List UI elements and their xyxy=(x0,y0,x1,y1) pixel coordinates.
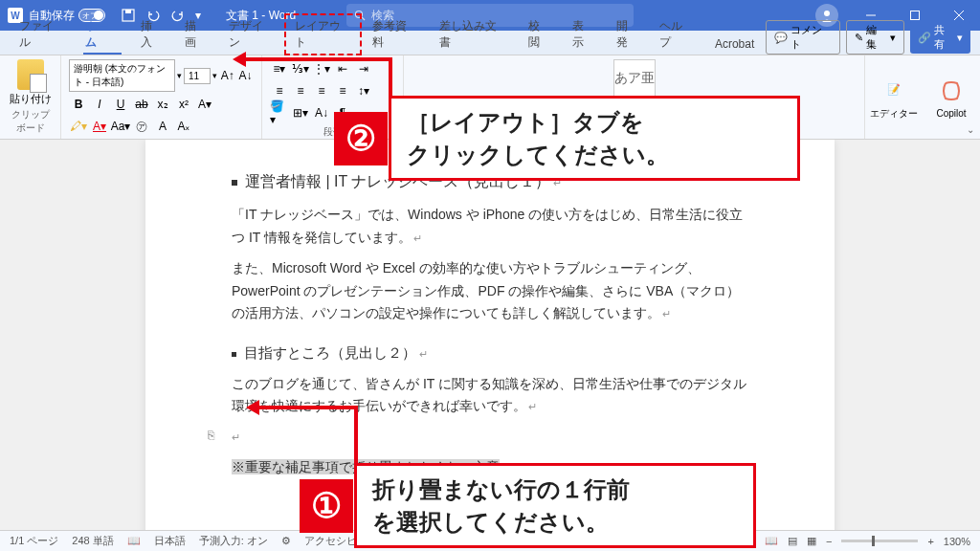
strike-button[interactable]: ab xyxy=(132,95,151,114)
annotation-2-badge: ② xyxy=(334,112,388,165)
ribbon-tabs: ファイル ホーム 挿入 描画 デザイン レイアウト 参考資料 差し込み文書 校閲… xyxy=(0,31,980,55)
annotation-1-badge: ① xyxy=(300,479,353,533)
superscript-button[interactable]: x² xyxy=(174,95,193,114)
annotation-2-arrow xyxy=(242,57,389,61)
heading-2: 目指すところ（見出し２） ↵ xyxy=(232,341,748,365)
annotation-2-arrowhead xyxy=(233,52,246,67)
clipboard-icon xyxy=(17,59,44,90)
paste-button[interactable]: 貼り付け xyxy=(8,59,53,106)
page-count[interactable]: 1/1 ページ xyxy=(10,534,58,548)
decrease-font-icon[interactable]: A↓ xyxy=(237,66,254,85)
svg-rect-6 xyxy=(911,11,920,20)
svg-line-7 xyxy=(954,11,964,20)
tab-home[interactable]: ホーム xyxy=(76,14,129,55)
print-layout-icon[interactable]: ▤ xyxy=(788,535,797,547)
numbering-button[interactable]: ⅓▾ xyxy=(291,59,310,78)
paragraph-3: このブログを通じて、皆さんが IT に関する知識を深め、日常生活や仕事でのデジタ… xyxy=(232,373,748,419)
text-effects-button[interactable]: A▾ xyxy=(195,95,214,114)
editor-group[interactable]: 📝 エディター xyxy=(865,55,923,139)
annotation-1-text: 折り畳まない行の１行前 を選択してください。 xyxy=(357,466,645,545)
highlight-button[interactable]: 🖍▾ xyxy=(69,117,88,136)
zoom-out-icon[interactable]: − xyxy=(826,536,832,547)
align-right-button[interactable]: ≡ xyxy=(312,81,331,100)
web-layout-icon[interactable]: ▦ xyxy=(807,535,816,547)
sort-button[interactable]: A↓ xyxy=(312,103,331,122)
svg-line-8 xyxy=(954,11,964,20)
svg-point-4 xyxy=(824,11,830,16)
tab-mailings[interactable]: 差し込み文書 xyxy=(430,14,517,55)
align-left-button[interactable]: ≡ xyxy=(270,81,289,100)
predict-input[interactable]: 予測入力: オン xyxy=(199,534,268,548)
spellcheck-icon[interactable]: 📖 xyxy=(127,535,141,547)
read-mode-icon[interactable]: 📖 xyxy=(765,535,778,547)
tab-draw[interactable]: 描画 xyxy=(175,14,217,55)
annotation-2: ② ［レイアウト］タブを クリックしてください。 xyxy=(389,96,800,181)
editing-mode-button[interactable]: ✎ 編集 ▾ xyxy=(846,20,903,55)
tab-help[interactable]: ヘルプ xyxy=(650,14,703,55)
char-border-button[interactable]: A xyxy=(153,117,172,136)
font-group: 游明朝 (本文のフォント - 日本語) ▾ 11 ▾ A↑ A↓ B I U a… xyxy=(61,55,262,139)
annotation-2-arrow-v xyxy=(389,57,392,96)
font-color-button[interactable]: A▾ xyxy=(90,117,109,136)
tab-design[interactable]: デザイン xyxy=(219,14,283,55)
share-button[interactable]: 🔗 共有 ▾ xyxy=(910,21,970,54)
line-spacing-button[interactable]: ↕▾ xyxy=(354,81,373,100)
align-center-button[interactable]: ≡ xyxy=(291,81,310,100)
annotation-2-text: ［レイアウト］タブを クリックしてください。 xyxy=(391,99,684,178)
tab-developer[interactable]: 開発 xyxy=(607,14,649,55)
font-name-select[interactable]: 游明朝 (本文のフォント - 日本語) xyxy=(69,59,175,92)
bold-button[interactable]: B xyxy=(69,95,88,114)
style-normal[interactable]: あア亜 xyxy=(613,59,656,98)
tab-file[interactable]: ファイル xyxy=(10,14,74,55)
tab-acrobat[interactable]: Acrobat xyxy=(705,33,764,55)
word-count[interactable]: 248 単語 xyxy=(72,534,113,548)
bullets-button[interactable]: ≡▾ xyxy=(270,59,289,78)
clipboard-group-label: クリップボード xyxy=(8,108,53,137)
tab-insert[interactable]: 挿入 xyxy=(131,14,173,55)
paragraph-1: 「IT ナレッジベース」では、Windows や iPhone の使い方をはじめ… xyxy=(232,204,748,250)
decrease-indent-button[interactable]: ⇤ xyxy=(333,59,352,78)
selected-empty-line: ⎘↵ xyxy=(232,426,748,449)
tab-view[interactable]: 表示 xyxy=(563,14,605,55)
increase-font-icon[interactable]: A↑ xyxy=(219,66,235,85)
annotation-1-arrow-v xyxy=(354,406,358,463)
enclose-char-button[interactable]: ㋐ xyxy=(132,117,151,136)
multilevel-button[interactable]: ⋮▾ xyxy=(312,59,331,78)
clear-format-button[interactable]: Aₓ xyxy=(174,117,193,136)
tab-review[interactable]: 校閲 xyxy=(519,14,561,55)
char-shading-button[interactable]: Aa▾ xyxy=(111,117,130,136)
zoom-slider[interactable] xyxy=(841,540,918,542)
annotation-1: ① 折り畳まない行の１行前 を選択してください。 xyxy=(354,463,756,548)
subscript-button[interactable]: x₂ xyxy=(153,95,172,114)
display-settings-icon[interactable]: ⚙ xyxy=(281,535,291,547)
annotation-1-arrowhead xyxy=(246,400,259,415)
tab-references[interactable]: 参考資料 xyxy=(363,14,427,55)
zoom-level[interactable]: 130% xyxy=(944,536,970,547)
italic-button[interactable]: I xyxy=(90,95,109,114)
collapse-ribbon-icon[interactable]: ⌄ xyxy=(967,124,974,135)
borders-button[interactable]: ⊞▾ xyxy=(291,103,310,122)
page-break-icon: ⎘ xyxy=(208,426,214,445)
clipboard-group: 貼り付け クリップボード xyxy=(0,55,61,139)
zoom-in-icon[interactable]: + xyxy=(927,536,933,547)
tab-layout[interactable]: レイアウト xyxy=(285,14,361,55)
svg-rect-1 xyxy=(125,10,131,13)
annotation-1-arrow xyxy=(256,406,354,409)
language[interactable]: 日本語 xyxy=(154,534,186,548)
increase-indent-button[interactable]: ⇥ xyxy=(354,59,373,78)
comments-button[interactable]: 💬 コメント xyxy=(766,20,840,55)
justify-button[interactable]: ≡ xyxy=(333,81,352,100)
shading-button[interactable]: 🪣▾ xyxy=(270,103,289,122)
underline-button[interactable]: U xyxy=(111,95,130,114)
paragraph-2: また、Microsoft Word や Excel の効率的な使い方やトラブルシ… xyxy=(232,257,748,325)
copilot-icon xyxy=(936,76,967,106)
editor-icon: 📝 xyxy=(879,75,909,105)
font-size-select[interactable]: 11 xyxy=(184,68,212,84)
